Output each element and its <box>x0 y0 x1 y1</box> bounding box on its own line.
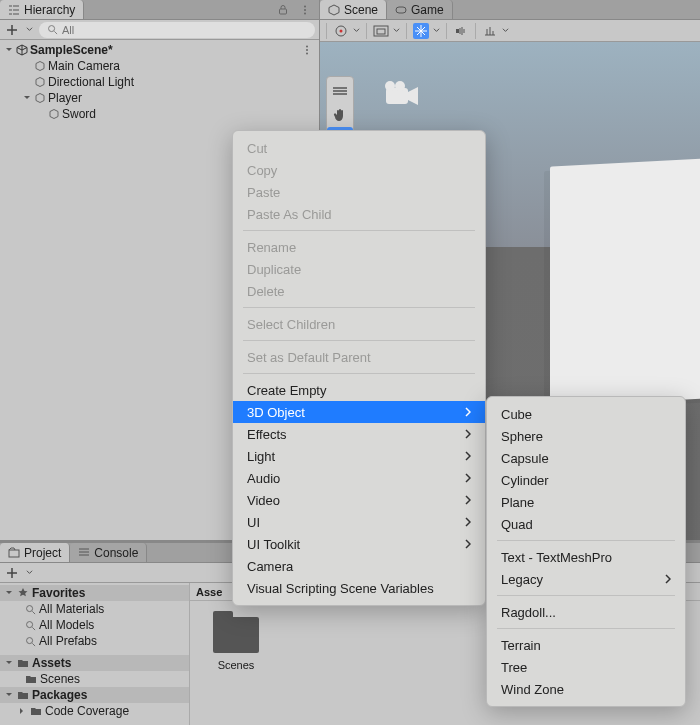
ctx-ui-toolkit[interactable]: UI Toolkit <box>233 533 485 555</box>
scene-tab[interactable]: Scene <box>320 0 387 19</box>
assets-child[interactable]: Scenes <box>0 671 189 687</box>
ctx-cut[interactable]: Cut <box>233 137 485 159</box>
ctx-plane[interactable]: Plane <box>487 491 685 513</box>
scene-menu-icon[interactable] <box>299 42 315 58</box>
audio-toggle[interactable] <box>453 23 469 39</box>
project-add-button[interactable] <box>4 565 20 581</box>
ctx-paste-child[interactable]: Paste As Child <box>233 203 485 225</box>
svg-point-4 <box>49 26 55 32</box>
ctx-light[interactable]: Light <box>233 445 485 467</box>
project-tab[interactable]: Project <box>0 543 70 562</box>
ctx-create-empty[interactable]: Create Empty <box>233 379 485 401</box>
packages-child-label: Code Coverage <box>45 704 129 718</box>
hierarchy-add-button[interactable] <box>4 22 20 38</box>
favorite-item[interactable]: All Prefabs <box>0 633 189 649</box>
ctx-rename[interactable]: Rename <box>233 236 485 258</box>
favorite-item[interactable]: All Materials <box>0 601 189 617</box>
ctx-effects[interactable]: Effects <box>233 423 485 445</box>
ctx-video[interactable]: Video <box>233 489 485 511</box>
ctx-duplicate[interactable]: Duplicate <box>233 258 485 280</box>
ctx-3d-object[interactable]: 3D Object <box>233 401 485 423</box>
caret-icon[interactable] <box>353 27 360 34</box>
console-tab[interactable]: Console <box>70 543 147 562</box>
hierarchy-menu-icon[interactable] <box>297 2 313 18</box>
ctx-copy[interactable]: Copy <box>233 159 485 181</box>
ctx-sphere[interactable]: Sphere <box>487 425 685 447</box>
hierarchy-search[interactable] <box>39 22 315 38</box>
scene-tab-label: Scene <box>344 3 378 17</box>
hierarchy-item-label: Main Camera <box>48 59 120 73</box>
favorite-label: All Prefabs <box>39 634 97 648</box>
ctx-capsule[interactable]: Capsule <box>487 447 685 469</box>
ctx-default-parent[interactable]: Set as Default Parent <box>233 346 485 368</box>
hierarchy-search-input[interactable] <box>62 24 307 36</box>
unity-logo-icon <box>16 44 28 56</box>
caret-icon[interactable] <box>433 27 440 34</box>
folder-icon <box>25 673 37 685</box>
search-icon <box>25 620 36 631</box>
ctx-terrain[interactable]: Terrain <box>487 634 685 656</box>
submenu-arrow-icon <box>665 574 671 584</box>
caret-icon[interactable] <box>393 27 400 34</box>
asset-folder-tile[interactable]: Scenes <box>206 617 266 671</box>
project-icon <box>8 547 20 559</box>
hierarchy-item-label: Directional Light <box>48 75 134 89</box>
game-tab[interactable]: Game <box>387 0 453 19</box>
view-tool[interactable] <box>327 79 353 103</box>
ctx-cylinder[interactable]: Cylinder <box>487 469 685 491</box>
packages-child[interactable]: Code Coverage <box>0 703 189 719</box>
folder-icon <box>17 689 29 701</box>
ctx-tmp-text[interactable]: Text - TextMeshPro <box>487 546 685 568</box>
2d-toggle[interactable] <box>373 23 389 39</box>
ctx-tree[interactable]: Tree <box>487 656 685 678</box>
context-submenu-3d: Cube Sphere Capsule Cylinder Plane Quad … <box>486 396 686 707</box>
lighting-toggle[interactable] <box>413 23 429 39</box>
assets-child-label: Scenes <box>40 672 80 686</box>
ctx-select-children[interactable]: Select Children <box>233 313 485 335</box>
svg-point-17 <box>395 81 405 91</box>
ctx-windzone[interactable]: Wind Zone <box>487 678 685 700</box>
assets-header[interactable]: Assets <box>0 655 189 671</box>
hand-tool[interactable] <box>327 103 353 127</box>
packages-header[interactable]: Packages <box>0 687 189 703</box>
hierarchy-item[interactable]: Main Camera <box>0 58 319 74</box>
ctx-ragdoll[interactable]: Ragdoll... <box>487 601 685 623</box>
hierarchy-tab[interactable]: Hierarchy <box>0 0 84 19</box>
ctx-paste[interactable]: Paste <box>233 181 485 203</box>
draw-mode-button[interactable] <box>333 23 349 39</box>
caret-icon[interactable] <box>26 569 33 576</box>
ctx-camera[interactable]: Camera <box>233 555 485 577</box>
hierarchy-lock-icon[interactable] <box>275 2 291 18</box>
ctx-vsv[interactable]: Visual Scripting Scene Variables <box>233 577 485 599</box>
scene-root-row[interactable]: SampleScene* <box>0 42 319 58</box>
add-caret-icon[interactable] <box>26 26 33 33</box>
ctx-ui[interactable]: UI <box>233 511 485 533</box>
svg-point-21 <box>27 637 33 643</box>
expand-caret-icon[interactable] <box>22 93 32 103</box>
favorite-item[interactable]: All Models <box>0 617 189 633</box>
ctx-delete[interactable]: Delete <box>233 280 485 302</box>
hierarchy-item[interactable]: Player <box>0 90 319 106</box>
hierarchy-item[interactable]: Directional Light <box>0 74 319 90</box>
caret-icon[interactable] <box>502 27 509 34</box>
expand-caret-icon[interactable] <box>4 45 14 55</box>
ctx-audio[interactable]: Audio <box>233 467 485 489</box>
gameobject-icon <box>48 108 60 120</box>
ctx-cube[interactable]: Cube <box>487 403 685 425</box>
favorite-label: All Models <box>39 618 94 632</box>
hierarchy-item[interactable]: Sword <box>0 106 319 122</box>
svg-point-1 <box>304 5 306 7</box>
ctx-legacy[interactable]: Legacy <box>487 568 685 590</box>
svg-rect-12 <box>377 29 385 34</box>
scene-root-label: SampleScene* <box>30 43 113 57</box>
search-icon <box>47 24 58 35</box>
ctx-quad[interactable]: Quad <box>487 513 685 535</box>
favorites-header[interactable]: Favorites <box>0 585 189 601</box>
star-icon <box>17 587 29 599</box>
folder-icon <box>17 657 29 669</box>
favorite-label: All Materials <box>39 602 104 616</box>
folder-icon <box>30 705 42 717</box>
gizmos-toggle[interactable] <box>482 23 498 39</box>
svg-point-20 <box>27 621 33 627</box>
assets-label: Assets <box>32 656 71 670</box>
